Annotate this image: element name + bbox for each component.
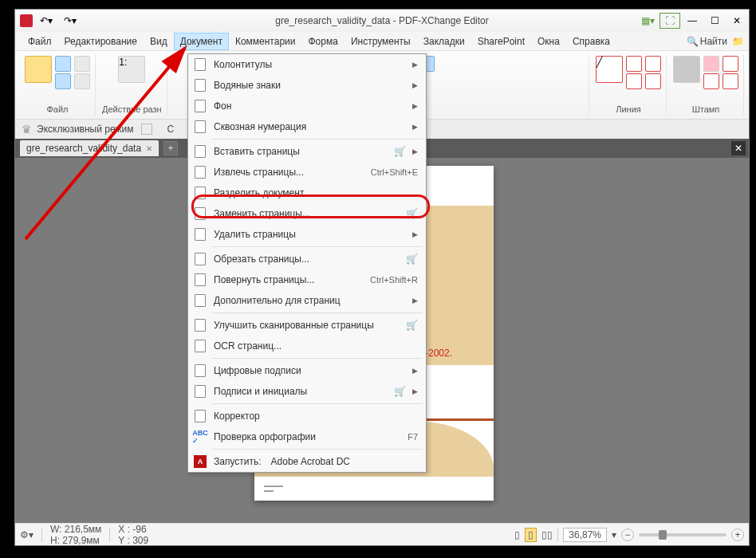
menu-item[interactable]: Вставить страницы🛒▶ bbox=[188, 141, 426, 162]
eraser-icon[interactable] bbox=[703, 56, 719, 72]
rect-icon[interactable] bbox=[626, 56, 642, 72]
menu-item[interactable]: Фон▶ bbox=[188, 96, 426, 116]
menu-item[interactable]: Колонтитулы▶ bbox=[188, 54, 426, 75]
menu-edit[interactable]: Редактирование bbox=[58, 33, 144, 50]
open-file-icon[interactable] bbox=[25, 56, 52, 83]
menu-item-label: Обрезать страницы... bbox=[214, 253, 396, 265]
tab-close-icon[interactable]: ✕ bbox=[146, 144, 152, 153]
menu-item[interactable]: AЗапустить: Adobe Acrobat DC bbox=[188, 451, 426, 472]
options-icon[interactable]: ⚙▾ bbox=[20, 529, 33, 540]
fullscreen-button[interactable]: ⛶ bbox=[660, 13, 680, 29]
page-footer: ▬▬▬▬▬▬ bbox=[264, 483, 283, 493]
menu-item[interactable]: Удалить страницы▶ bbox=[188, 224, 426, 245]
menu-item-label: OCR страниц... bbox=[214, 340, 418, 352]
zoom-tool-icon[interactable]: 1: bbox=[118, 56, 145, 83]
shortcut-label: F7 bbox=[408, 432, 418, 442]
menu-comments[interactable]: Комментарии bbox=[229, 33, 302, 50]
pencil-icon[interactable] bbox=[723, 56, 738, 72]
page-icon bbox=[193, 99, 207, 113]
clipboard-icon[interactable] bbox=[74, 73, 90, 89]
menu-item[interactable]: OCR страниц... bbox=[188, 336, 426, 356]
menu-help[interactable]: Справка bbox=[566, 33, 616, 50]
maximize-button[interactable]: ☐ bbox=[704, 13, 725, 29]
submenu-arrow-icon: ▶ bbox=[412, 102, 418, 110]
oval-icon[interactable] bbox=[626, 73, 642, 89]
page-icon bbox=[193, 165, 207, 179]
page-icon bbox=[193, 57, 207, 72]
mode-toggle[interactable] bbox=[141, 124, 152, 135]
line-tool-icon[interactable]: ╱ bbox=[596, 56, 623, 83]
page-icon bbox=[193, 206, 207, 221]
menu-item[interactable]: Корректор bbox=[188, 406, 426, 426]
burst-icon[interactable] bbox=[723, 73, 738, 89]
submenu-arrow-icon: ▶ bbox=[412, 297, 418, 305]
text-select-icon[interactable] bbox=[55, 73, 71, 89]
menu-item[interactable]: Цифровые подписи▶ bbox=[188, 360, 426, 381]
menu-item[interactable]: Подписи и инициалы🛒▶ bbox=[188, 381, 426, 402]
menubar: Файл Редактирование Вид Документ Коммент… bbox=[15, 32, 749, 51]
zoom-in-button[interactable]: + bbox=[731, 529, 744, 541]
menu-tools[interactable]: Инструменты bbox=[345, 33, 417, 50]
menu-item[interactable]: Заменить страницы...🛒 bbox=[188, 203, 426, 224]
ribbon-group-file: Файл bbox=[20, 54, 96, 116]
zoom-slider[interactable] bbox=[639, 533, 726, 536]
menu-item[interactable]: ABC✓Проверка орфографииF7 bbox=[188, 426, 426, 447]
menu-item-label: Фон bbox=[214, 100, 406, 112]
page-icon bbox=[193, 318, 207, 332]
submenu-arrow-icon: ▶ bbox=[412, 367, 418, 375]
menu-sharepoint[interactable]: SharePoint bbox=[471, 33, 531, 50]
minimize-button[interactable]: — bbox=[682, 13, 703, 29]
find-tool[interactable]: 🔍 Найти bbox=[687, 36, 727, 47]
mode-rest: С bbox=[167, 124, 174, 135]
document-tab[interactable]: gre_research_validity_data ✕ bbox=[20, 140, 159, 156]
menu-item-label: Adobe Acrobat DC bbox=[271, 456, 418, 467]
layout-single-icon[interactable]: ▯ bbox=[514, 529, 520, 540]
layout-facing-icon[interactable]: ▯▯ bbox=[541, 529, 553, 540]
menu-view[interactable]: Вид bbox=[144, 33, 174, 50]
menu-item[interactable]: Обрезать страницы...🛒 bbox=[188, 249, 426, 269]
polygon-icon[interactable] bbox=[645, 73, 661, 89]
page-icon bbox=[193, 186, 207, 200]
menu-item[interactable]: Дополнительно для страниц▶ bbox=[188, 290, 426, 311]
stamp-icon[interactable] bbox=[673, 56, 700, 83]
folder-search-button[interactable]: 📁 bbox=[732, 36, 744, 47]
tabs-close-all[interactable]: ✕ bbox=[731, 141, 746, 155]
page-icon bbox=[193, 144, 207, 159]
menu-item[interactable]: Разделить документ... bbox=[188, 183, 426, 203]
menu-file[interactable]: Файл bbox=[22, 33, 58, 50]
menu-document[interactable]: Документ bbox=[174, 33, 229, 50]
cloud-icon[interactable] bbox=[703, 73, 719, 89]
menu-item[interactable]: Повернуть страницы...Ctrl+Shift+R bbox=[188, 269, 426, 290]
status-bar: ⚙▾ W: 216,5мм H: 279,9мм X : -96 Y : 309… bbox=[15, 523, 749, 545]
submenu-arrow-icon: ▶ bbox=[412, 230, 418, 238]
menu-bookmarks[interactable]: Закладки bbox=[417, 33, 471, 50]
submenu-arrow-icon: ▶ bbox=[412, 123, 418, 131]
menu-item-label: Повернуть страницы... bbox=[214, 274, 364, 285]
layout-continuous-icon[interactable]: ▯ bbox=[525, 528, 537, 542]
menu-windows[interactable]: Окна bbox=[531, 33, 566, 50]
menu-item[interactable]: Извлечь страницы...Ctrl+Shift+E bbox=[188, 162, 426, 183]
menu-form[interactable]: Форма bbox=[301, 33, 344, 50]
document-menu-dropdown: Колонтитулы▶Водяные знаки▶Фон▶Сквозная н… bbox=[187, 53, 427, 473]
menu-item[interactable]: Водяные знаки▶ bbox=[188, 75, 426, 96]
cart-icon: 🛒 bbox=[394, 386, 406, 397]
hand-tool-icon[interactable] bbox=[55, 56, 71, 72]
polyline-icon[interactable] bbox=[645, 56, 661, 72]
status-wh: W: 216,5мм H: 279,9мм bbox=[50, 524, 101, 546]
ribbon-group-stamp-label: Штамп bbox=[692, 104, 720, 114]
submenu-arrow-icon: ▶ bbox=[412, 81, 418, 89]
zoom-value[interactable]: 36,87% bbox=[563, 528, 607, 542]
snapshot-icon[interactable] bbox=[74, 56, 90, 72]
menu-item-label: Заменить страницы... bbox=[214, 208, 396, 219]
page-icon bbox=[193, 384, 207, 399]
page-icon: ABC✓ bbox=[193, 430, 207, 444]
zoom-out-button[interactable]: − bbox=[621, 529, 634, 541]
ui-options-button[interactable]: ▦▾ bbox=[637, 13, 658, 29]
find-label: Найти bbox=[700, 36, 727, 47]
menu-item-label: Цифровые подписи bbox=[214, 365, 406, 376]
submenu-arrow-icon: ▶ bbox=[412, 387, 418, 395]
menu-item[interactable]: Сквозная нумерация▶ bbox=[188, 116, 426, 137]
close-button[interactable]: ✕ bbox=[726, 13, 747, 29]
new-tab-button[interactable]: + bbox=[163, 141, 178, 155]
menu-item[interactable]: Улучшить сканированные страницы🛒 bbox=[188, 315, 426, 336]
